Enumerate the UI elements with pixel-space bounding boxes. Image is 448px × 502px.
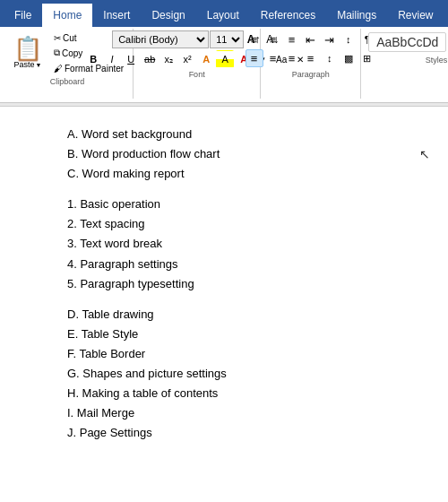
line-a: A. Word set background — [67, 125, 381, 144]
font-group-label: Font — [189, 70, 205, 79]
styles-row: AaBbCcDd 1 Normal — [366, 30, 448, 54]
text-highlight-button[interactable]: A — [216, 50, 234, 68]
cut-icon: ✂ — [54, 33, 61, 43]
spacer-1 — [67, 184, 381, 195]
tab-home[interactable]: Home — [42, 4, 92, 27]
para-row1: ≡ ≡ ≡ ⇤ ⇥ ↕ ¶ — [246, 30, 376, 48]
line-c: C. Word making report — [67, 164, 381, 184]
text-effects-button[interactable]: A — [197, 50, 215, 68]
ribbon-body: 📋 Paste ▼ ✂ Cut ⧉ Copy 🖌 Format Painter — [0, 27, 448, 103]
multilevel-button[interactable]: ≡ — [283, 30, 301, 48]
spacer-2 — [67, 294, 381, 305]
line-h: H. Making a table of contents — [67, 384, 381, 403]
line-1: 1. Basic operation — [67, 195, 381, 214]
justify-button[interactable]: ≡ — [302, 49, 320, 67]
paste-button[interactable]: 📋 Paste ▼ — [7, 34, 48, 72]
line-e: E. Table Style — [67, 325, 381, 344]
font-group: Calibri (Body) 11 A↑ A↓ B I U ab x₂ x² A… — [135, 29, 261, 99]
styles-group: AaBbCcDd 1 Normal Styles — [363, 29, 448, 99]
italic-button[interactable]: I — [103, 50, 121, 68]
line-j: J. Page Settings — [67, 423, 381, 443]
line-g: G. Shapes and picture settings — [67, 364, 381, 384]
ribbon: File Home Insert Design Layout Reference… — [0, 0, 448, 27]
tab-references[interactable]: References — [250, 4, 326, 27]
copy-icon: ⧉ — [54, 48, 60, 58]
align-center-button[interactable]: ≡ — [264, 49, 282, 67]
line-5: 5. Paragraph typesetting — [67, 274, 381, 294]
decrease-indent-button[interactable]: ⇤ — [302, 30, 320, 48]
line-i: I. Mail Merge — [67, 403, 381, 423]
paragraph-group-label: Paragraph — [292, 70, 330, 79]
line-2: 2. Text spacing — [67, 214, 381, 234]
document-content: A. Word set background B. Word productio… — [0, 107, 448, 492]
ribbon-tabs: File Home Insert Design Layout Reference… — [0, 0, 448, 27]
line-4: 4. Paragraph settings — [67, 255, 381, 274]
tab-mailings[interactable]: Mailings — [326, 4, 387, 27]
increase-indent-button[interactable]: ⇥ — [321, 30, 339, 48]
tab-insert[interactable]: Insert — [92, 4, 141, 27]
underline-button[interactable]: U — [122, 50, 140, 68]
bullets-button[interactable]: ≡ — [246, 30, 263, 48]
paste-icon: 📋 — [13, 37, 42, 60]
numbering-button[interactable]: ≡ — [264, 30, 282, 48]
shading-button[interactable]: ▩ — [340, 49, 358, 67]
bold-button[interactable]: B — [84, 50, 102, 68]
clipboard-label: Clipboard — [50, 77, 85, 86]
superscript-button[interactable]: x² — [178, 50, 196, 68]
align-left-button[interactable]: ≡ — [246, 49, 263, 67]
subscript-button[interactable]: x₂ — [159, 50, 177, 68]
style-aabbcc[interactable]: AaBbCcDd — [368, 32, 446, 52]
tab-layout[interactable]: Layout — [196, 4, 250, 27]
tab-design[interactable]: Design — [141, 4, 195, 27]
styles-group-label: Styles — [426, 56, 448, 65]
style-heading-preview: AaBbCcDd — [376, 35, 438, 49]
line-spacing-button[interactable]: ↕ — [321, 49, 339, 67]
sort-button[interactable]: ↕ — [340, 30, 358, 48]
strikethrough-button[interactable]: ab — [141, 50, 159, 68]
line-3: 3. Text word break — [67, 234, 381, 254]
cursor-icon: ↖ — [419, 147, 430, 161]
font-size-select[interactable]: 11 — [210, 30, 244, 48]
line-b: B. Word production flow chart — [67, 144, 381, 164]
tab-file[interactable]: File — [4, 4, 42, 27]
paste-label: Paste ▼ — [14, 60, 42, 69]
align-right-button[interactable]: ≡ — [283, 49, 301, 67]
line-d: D. Table drawing — [67, 305, 381, 325]
font-family-select[interactable]: Calibri (Body) — [112, 30, 209, 48]
paragraph-group: ≡ ≡ ≡ ⇤ ⇥ ↕ ¶ ≡ ≡ ≡ ≡ ↕ ▩ ⊞ Paragraph — [263, 29, 361, 99]
para-row2: ≡ ≡ ≡ ≡ ↕ ▩ ⊞ — [246, 49, 376, 67]
line-f: F. Table Border — [67, 344, 381, 364]
format-painter-icon: 🖌 — [54, 64, 63, 74]
tab-review[interactable]: Review — [387, 4, 444, 27]
